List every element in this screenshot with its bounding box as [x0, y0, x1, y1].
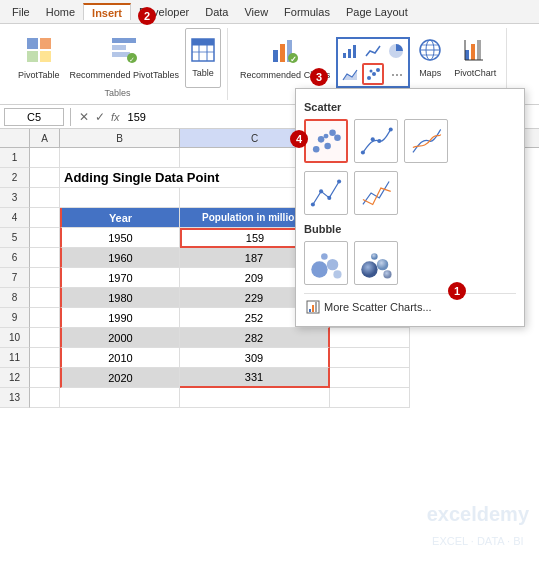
pivot-table-button[interactable]: PivotTable — [14, 28, 64, 88]
svg-point-30 — [370, 70, 373, 73]
recommended-charts-icon: ✓ — [271, 36, 299, 68]
cell-b13[interactable] — [60, 388, 180, 408]
tab-home[interactable]: Home — [38, 4, 83, 20]
chart-mini-line[interactable] — [362, 40, 384, 62]
cell-a3[interactable] — [30, 188, 60, 208]
svg-rect-3 — [40, 51, 51, 62]
cell-d10[interactable] — [330, 328, 410, 348]
svg-point-47 — [324, 134, 329, 139]
tab-insert[interactable]: Insert — [83, 3, 131, 20]
svg-point-44 — [324, 143, 331, 150]
svg-rect-67 — [315, 302, 317, 312]
cancel-formula-btn[interactable]: ✕ — [77, 110, 91, 124]
cell-b7[interactable]: 1970 — [60, 268, 180, 288]
pivotchart-label: PivotChart — [454, 68, 496, 79]
cell-b4-header[interactable]: Year — [60, 208, 180, 228]
cell-d12[interactable] — [330, 368, 410, 388]
cell-a10[interactable] — [30, 328, 60, 348]
table-button[interactable]: Table — [185, 28, 221, 88]
svg-point-43 — [318, 136, 325, 143]
chart-mini-bar[interactable] — [339, 40, 361, 62]
pivot-table-icon — [25, 36, 53, 68]
cell-a1[interactable] — [30, 148, 60, 168]
cell-a6[interactable] — [30, 248, 60, 268]
cell-c10[interactable]: 282 — [180, 328, 330, 348]
scatter-section-title: Scatter — [304, 101, 516, 113]
cell-a13[interactable] — [30, 388, 60, 408]
fx-label: fx — [111, 111, 120, 123]
svg-point-63 — [371, 253, 378, 260]
tab-formulas[interactable]: Formulas — [276, 4, 338, 20]
bubble-chart-button[interactable] — [304, 241, 348, 285]
cell-a9[interactable] — [30, 308, 60, 328]
recommended-pivot-tables-label: Recommended PivotTables — [70, 70, 180, 81]
tab-pagelayout[interactable]: Page Layout — [338, 4, 416, 20]
bubble-3d-chart-button[interactable] — [354, 241, 398, 285]
table-row: 13 — [0, 388, 539, 408]
svg-point-55 — [337, 180, 341, 184]
chart-mini-area[interactable] — [339, 63, 361, 85]
cell-b3[interactable] — [60, 188, 180, 208]
svg-point-49 — [371, 137, 375, 141]
col-header-b[interactable]: B — [60, 129, 180, 147]
name-box[interactable] — [4, 108, 64, 126]
scatter-smooth-line-marker-button[interactable] — [354, 119, 398, 163]
cell-c13[interactable] — [180, 388, 330, 408]
col-header-a[interactable]: A — [30, 129, 60, 147]
tab-data[interactable]: Data — [197, 4, 236, 20]
cell-a7[interactable] — [30, 268, 60, 288]
svg-rect-18 — [280, 44, 285, 62]
cell-c12[interactable]: 331 — [180, 368, 330, 388]
formula-bar-buttons: ✕ ✓ — [77, 110, 107, 124]
scatter-smooth-line-button[interactable] — [404, 119, 448, 163]
svg-point-58 — [333, 270, 341, 278]
svg-point-59 — [321, 253, 328, 260]
scatter-straight-line-button[interactable] — [354, 171, 398, 215]
chart-mini-pie[interactable] — [385, 40, 407, 62]
cell-b1[interactable] — [60, 148, 180, 168]
charts-buttons: ✓ Recommended Charts — [236, 28, 500, 88]
cell-d13[interactable] — [330, 388, 410, 408]
cell-c11[interactable]: 309 — [180, 348, 330, 368]
svg-point-48 — [361, 150, 365, 154]
cell-a2[interactable] — [30, 168, 60, 188]
tab-file[interactable]: File — [4, 4, 38, 20]
svg-rect-22 — [343, 53, 346, 58]
scatter-dots-button[interactable] — [304, 119, 348, 163]
chart-mini-more[interactable]: ⋯ — [385, 63, 407, 85]
cell-d11[interactable] — [330, 348, 410, 368]
bubble-icons-row — [304, 241, 516, 285]
badge-1: 1 — [448, 282, 466, 300]
tab-view[interactable]: View — [236, 4, 276, 20]
cell-b5[interactable]: 1950 — [60, 228, 180, 248]
cell-a4[interactable] — [30, 208, 60, 228]
confirm-formula-btn[interactable]: ✓ — [93, 110, 107, 124]
badge-3: 3 — [310, 68, 328, 86]
cell-b8[interactable]: 1980 — [60, 288, 180, 308]
cell-b10[interactable]: 2000 — [60, 328, 180, 348]
cell-a11[interactable] — [30, 348, 60, 368]
table-row: 11 2010 309 — [0, 348, 539, 368]
cell-b12[interactable]: 2020 — [60, 368, 180, 388]
scatter-straight-line-marker-button[interactable] — [304, 171, 348, 215]
cell-title[interactable]: Adding Single Data Point — [60, 168, 330, 188]
table-row: 10 2000 282 — [0, 328, 539, 348]
cell-a8[interactable] — [30, 288, 60, 308]
maps-button[interactable]: Maps — [412, 28, 448, 88]
pivotchart-button[interactable]: PivotChart — [450, 28, 500, 88]
row-num-2: 2 — [0, 168, 30, 188]
svg-point-51 — [389, 128, 393, 132]
cell-b9[interactable]: 1990 — [60, 308, 180, 328]
cell-a5[interactable] — [30, 228, 60, 248]
recommended-pivot-tables-icon: ✓ — [110, 36, 138, 68]
pivot-table-label: PivotTable — [18, 70, 60, 81]
svg-point-54 — [327, 196, 331, 200]
svg-point-45 — [329, 130, 336, 137]
cell-b11[interactable]: 2010 — [60, 348, 180, 368]
chart-mini-scatter[interactable] — [362, 63, 384, 85]
recommended-pivot-tables-button[interactable]: ✓ Recommended PivotTables — [66, 28, 184, 88]
cell-b6[interactable]: 1960 — [60, 248, 180, 268]
cell-a12[interactable] — [30, 368, 60, 388]
more-scatter-charts-link[interactable]: More Scatter Charts... — [304, 293, 516, 318]
svg-rect-7 — [112, 45, 126, 50]
